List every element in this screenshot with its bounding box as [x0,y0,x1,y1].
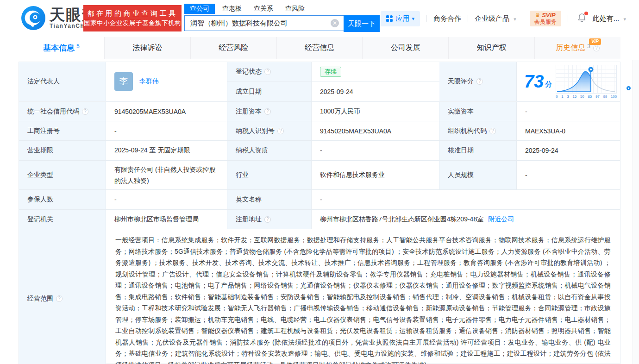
tab-operating-risk[interactable]: 经营风险 [191,37,277,59]
paid-capital-label: 实缴资本 [439,102,517,121]
search-tab-relation[interactable]: 查关系 [254,5,273,13]
reg-status-value: 存续 [312,62,439,82]
reg-status-label: 登记状态 ? [227,62,312,82]
tab-label: 经营风险 [219,43,248,53]
table-row: 营业期限 2025-09-24 至 无固定期限 纳税人资质 - 核准日期 202… [19,141,620,161]
english-name-label: 英文名称 [227,190,312,209]
slogan-line2: 国家中小企业发展子基金旗下机构 [83,19,182,28]
page-header: 天眼查 TianYanCha.com 都在用的商业查询工具 国家中小企业发展子基… [0,0,639,37]
tab-label: 历史信息 [556,43,585,53]
tab-label: 公司发展 [391,43,420,53]
taxpayer-id-label: 纳税人识别号 ? [227,121,312,140]
reg-capital-value: 1000万人民币 [312,102,439,121]
svip-service-label: 会员服务 [534,19,557,25]
tab-count: 3 [587,43,590,50]
est-date-label: 成立日期 [227,82,312,101]
company-type-value: 有限责任公司 (非自然人投资或控股的法人独资) [106,161,227,189]
help-icon[interactable]: ? [489,128,496,134]
taxpayer-id-value: 91450205MAEX53UA0A [312,121,439,140]
apps-menu-button[interactable]: 应用 ▾ [381,11,420,26]
score-curve [556,65,616,93]
search-input[interactable] [184,15,344,31]
right-scroll-rail[interactable] [633,60,639,364]
search-tab-boss[interactable]: 查老板 [222,5,242,13]
reg-authority-label: 登记机关 [19,210,106,229]
reg-address-value: 柳州市柳北区桔香路7号北部生态新区创业园4栋209-48室 附近公司 [312,210,620,229]
apps-label: 应用 [396,14,410,23]
svip-member-button[interactable]: ♛ SVIP 会员服务 [530,11,561,26]
table-row: 法定代表人 李 李群伟 登记状态 ? 存续 成立日期 2025-09-24 天眼… [19,62,620,102]
business-term-label: 营业期限 [19,141,106,160]
basic-info-table: 法定代表人 李 李群伟 登记状态 ? 存续 成立日期 2025-09-24 天眼… [19,62,620,364]
help-icon[interactable]: ? [56,295,63,302]
credit-code-value: 91450205MAEX53UA0A [106,102,227,121]
nearby-companies-link[interactable]: 附近公司 [488,215,514,224]
tianyancha-logo-icon [21,6,46,31]
user-account-menu[interactable]: 此处有... ▾ [593,14,626,23]
org-code-value: MAEX53UA-0 [517,121,620,140]
tab-operating-info[interactable]: 经营信息 [277,37,363,59]
approval-date-value: 2025-09-24 [517,141,620,160]
status-badge: 存续 [320,67,341,77]
help-icon[interactable]: ? [264,69,271,75]
legal-rep-value: 李 李群伟 [106,62,227,101]
brand-slogan-badge: 都在用的商业查询工具 国家中小企业发展子基金旗下机构 [83,5,182,31]
score-axis: 01 315 5085 9799 100 [556,94,617,99]
avatar[interactable]: 李 [114,72,133,91]
enterprise-products-menu[interactable]: 企业级产品 ▾ [475,14,516,23]
tab-count: 5 [76,43,80,50]
tab-label: 知识产权 [477,43,507,53]
tab-basic-info[interactable]: 基本信息 5 [19,37,105,59]
insured-count-label: 参保人数 [19,190,106,209]
help-icon[interactable]: ? [82,108,88,115]
industry-label: 行业 [227,161,312,189]
search-tab-risk[interactable]: 查风险 [285,5,305,13]
status-date-stack: 登记状态 ? 存续 成立日期 2025-09-24 [227,62,439,101]
search-area: 查公司 查老板 查关系 查风险 ✕ 天眼一下 [184,3,380,32]
table-row: 参保人数 - 英文名称 - [19,190,620,210]
chevron-down-icon: ▾ [623,16,626,22]
slogan-line1: 都在用的商业查询工具 [83,8,182,19]
help-icon[interactable]: ? [264,216,271,223]
staff-size-value: - [517,161,620,189]
table-row: 经营范围 ? 一般经营项目：信息系统集成服务；软件开发；互联网数据服务；数据处理… [19,229,620,364]
help-icon[interactable]: ? [277,128,284,134]
tab-label: 法律诉讼 [132,43,162,53]
crown-icon: ♛ [535,12,540,19]
help-icon[interactable]: ? [476,78,483,85]
chevron-down-icon: ▾ [514,16,516,22]
legal-rep-link[interactable]: 李群伟 [139,77,159,86]
industry-value: 软件和信息技术服务业 [312,161,439,189]
help-icon[interactable]: ? [264,108,271,115]
tab-company-development[interactable]: 公司发展 [363,37,449,59]
business-scope-label: 经营范围 ? [19,229,106,364]
divider [568,15,568,22]
score-value: 73 分 [517,62,620,101]
score-gauge-chart: 01 315 5085 9799 100 [556,65,617,99]
tab-label: 经营信息 [305,43,334,53]
business-cooperation-link[interactable]: 商务合作 [433,14,461,23]
reg-number-label: 工商注册号 [19,121,106,140]
search-tab-company[interactable]: 查公司 [184,4,215,14]
vip-badge: VIP [589,38,601,45]
taxpayer-quali-value: - [312,141,439,160]
tab-history-info[interactable]: VIP 历史信息 3 ? [535,37,620,59]
divider [426,15,427,22]
score-number: 73 [524,73,544,90]
tab-intellectual-property[interactable]: 知识产权 [449,37,535,59]
reg-address-label: 注册地址 ? [227,210,312,229]
table-row: 统一社会信用代码 ? 91450205MAEX53UA0A 注册资本 ? 100… [19,102,620,121]
tab-legal-litigation[interactable]: 法律诉讼 [105,37,191,59]
floating-anchor-icon[interactable] [626,86,631,90]
staff-size-label: 人员规模 [439,161,517,189]
divider [468,15,468,22]
clear-search-icon[interactable]: ✕ [331,19,339,27]
notification-dot [584,12,588,15]
reg-authority-value: 柳州市柳北区市场监督管理局 [106,210,227,229]
reg-capital-label: 注册资本 ? [227,102,312,121]
notifications-button[interactable] [577,13,586,24]
help-icon[interactable]: ? [593,45,600,51]
org-code-label: 组织机构代码 ? [439,121,517,140]
enterprise-products-label: 企业级产品 [475,14,509,22]
search-button[interactable]: 天眼一下 [344,15,380,32]
